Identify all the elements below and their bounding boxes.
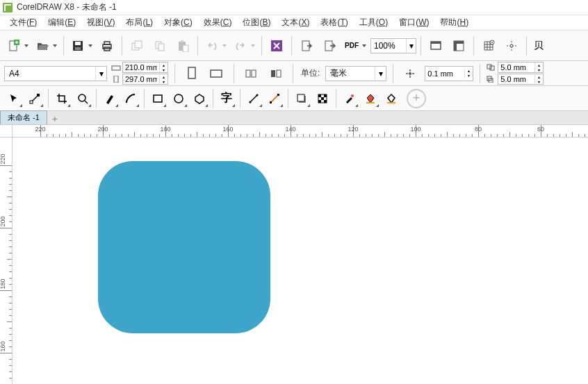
show-guidelines-button[interactable] — [501, 35, 522, 56]
zoom-tool[interactable] — [73, 89, 92, 108]
dup-x-icon — [487, 63, 496, 72]
menu-帮助[interactable]: 帮助(H) — [436, 15, 473, 30]
svg-rect-33 — [277, 70, 281, 77]
paper-size-input[interactable] — [5, 69, 95, 78]
menu-布局[interactable]: 布局(L) — [122, 15, 157, 30]
svg-rect-46 — [270, 101, 272, 103]
show-grid-button[interactable] — [478, 35, 499, 56]
open-button[interactable] — [33, 35, 59, 56]
app-logo — [3, 3, 13, 12]
menu-位图[interactable]: 位图(B) — [238, 15, 275, 30]
vertical-ruler[interactable]: 220200180160 — [0, 137, 13, 384]
dup-y-spin[interactable]: ▴▾ — [498, 74, 544, 85]
crop-tool[interactable] — [52, 89, 72, 108]
cut-button — [126, 35, 147, 56]
menu-文件[interactable]: 文件(F) — [6, 15, 41, 30]
new-button[interactable] — [4, 35, 31, 56]
document-tab[interactable]: 未命名 -1 — [0, 110, 47, 124]
smart-fill-tool[interactable] — [382, 89, 401, 108]
copy-button — [149, 35, 170, 56]
menu-视图[interactable]: 视图(V) — [83, 15, 119, 30]
search-content-button[interactable] — [266, 35, 287, 56]
undo-button[interactable] — [202, 35, 229, 56]
current-page-button[interactable] — [266, 63, 286, 84]
import-button[interactable] — [296, 35, 317, 56]
redo-button[interactable] — [231, 35, 257, 56]
svg-rect-11 — [158, 44, 164, 51]
svg-point-41 — [79, 94, 85, 101]
drop-shadow-tool[interactable] — [292, 89, 311, 108]
svg-rect-29 — [211, 70, 222, 77]
unit-label: 单位: — [301, 67, 320, 79]
rectangle-tool[interactable] — [148, 89, 168, 108]
all-pages-button[interactable] — [240, 63, 261, 84]
svg-rect-32 — [271, 70, 275, 77]
property-bar: ▾ ▴▾ ▴▾ 单位: ▾ ▴▾ ▴▾ ▴▾ — [0, 61, 588, 86]
menu-工具[interactable]: 工具(O) — [355, 15, 392, 30]
save-button[interactable] — [68, 35, 95, 56]
svg-rect-26 — [112, 66, 120, 70]
portrait-button[interactable] — [181, 63, 202, 84]
svg-rect-55 — [324, 100, 327, 103]
menu-文本[interactable]: 文本(X) — [277, 15, 313, 30]
transparency-tool[interactable] — [313, 89, 332, 108]
horizontal-ruler[interactable]: 220200180160140120100806040 — [13, 125, 588, 137]
document-tabs: 未命名 -1 + — [0, 111, 588, 125]
menu-表格[interactable]: 表格(T) — [316, 15, 352, 30]
menu-对象[interactable]: 对象(C) — [160, 15, 197, 30]
svg-rect-27 — [114, 76, 118, 83]
paste-button[interactable] — [172, 35, 193, 56]
svg-rect-40 — [37, 94, 40, 97]
unit-combo[interactable]: ▾ — [325, 66, 386, 81]
svg-rect-6 — [104, 42, 110, 44]
paper-size-dropdown[interactable]: ▾ — [95, 67, 106, 81]
nudge-spin[interactable]: ▴▾ — [425, 66, 473, 81]
interactive-fill-tool[interactable] — [361, 89, 380, 108]
pick-tool[interactable] — [4, 89, 24, 108]
eyedropper-tool[interactable] — [340, 89, 359, 108]
zoom-combo[interactable]: ▾ — [370, 38, 416, 53]
zoom-input[interactable] — [371, 41, 406, 51]
publish-pdf-button[interactable]: PDF — [342, 35, 368, 56]
ruler-origin[interactable] — [0, 125, 13, 137]
show-rulers-button[interactable] — [448, 35, 469, 56]
nudge-icon — [400, 63, 420, 84]
fullscreen-preview-button[interactable] — [425, 35, 446, 56]
svg-rect-57 — [366, 102, 375, 103]
ellipse-tool[interactable] — [169, 89, 188, 108]
svg-point-56 — [351, 94, 354, 97]
svg-rect-4 — [75, 47, 81, 50]
menu-编辑[interactable]: 编辑(E) — [44, 15, 80, 30]
parallel-dimension-tool[interactable] — [244, 89, 263, 108]
export-button[interactable] — [319, 35, 340, 56]
page-width-spin[interactable]: ▴▾ — [122, 62, 168, 73]
svg-rect-36 — [490, 66, 494, 70]
svg-rect-19 — [431, 42, 441, 44]
page-height-spin[interactable]: ▴▾ — [122, 74, 168, 85]
svg-rect-47 — [277, 94, 279, 96]
dup-x-spin[interactable]: ▴▾ — [498, 62, 544, 73]
connector-tool[interactable] — [265, 89, 284, 108]
add-tab-button[interactable]: + — [49, 113, 61, 124]
svg-point-34 — [409, 72, 411, 75]
drawing-canvas[interactable] — [13, 137, 588, 384]
print-button[interactable] — [97, 35, 117, 56]
svg-rect-22 — [454, 41, 457, 51]
rounded-rectangle-shape[interactable] — [98, 161, 270, 333]
svg-rect-54 — [318, 100, 321, 103]
menu-窗口[interactable]: 窗口(W) — [395, 15, 433, 30]
landscape-button[interactable] — [206, 63, 227, 84]
polygon-tool[interactable] — [190, 89, 209, 108]
artistic-media-tool[interactable] — [121, 89, 140, 108]
freehand-tool[interactable] — [100, 89, 120, 108]
svg-rect-30 — [246, 70, 250, 77]
text-tool[interactable]: 字 — [217, 89, 236, 108]
shape-tool[interactable] — [25, 89, 44, 108]
paper-size-combo[interactable]: ▾ — [4, 66, 107, 81]
menu-效果[interactable]: 效果(C) — [199, 15, 236, 30]
svg-rect-3 — [75, 42, 81, 45]
svg-point-45 — [256, 94, 259, 96]
add-tool-button[interactable]: + — [407, 89, 426, 108]
zoom-dropdown[interactable]: ▾ — [406, 39, 416, 53]
snap-button[interactable]: 贝 — [531, 35, 546, 56]
